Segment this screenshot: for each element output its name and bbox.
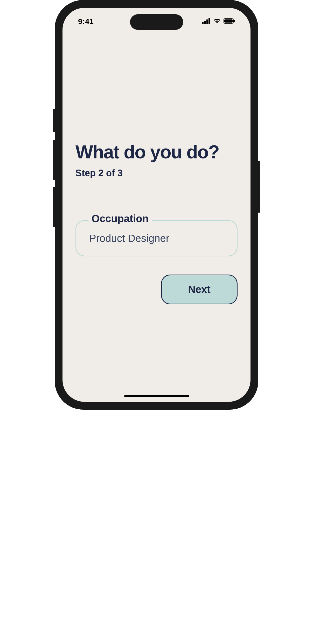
wifi-icon [213, 18, 221, 25]
status-icons [202, 18, 235, 25]
svg-rect-6 [234, 20, 235, 22]
device-frame: 9:41 [55, 0, 258, 410]
svg-rect-0 [202, 22, 204, 24]
svg-rect-5 [224, 19, 233, 23]
home-indicator[interactable] [124, 395, 189, 397]
page-title: What do you do? [75, 143, 238, 161]
step-indicator: Step 2 of 3 [75, 168, 238, 179]
volume-up-button [53, 140, 55, 180]
screen: 9:41 [62, 8, 251, 402]
next-button[interactable]: Next [161, 275, 238, 304]
occupation-field-wrapper: Occupation [75, 220, 238, 256]
power-button [258, 161, 260, 213]
button-wrapper: Next [75, 275, 238, 304]
cellular-signal-icon [202, 18, 211, 25]
battery-icon [224, 18, 235, 25]
svg-rect-1 [204, 21, 206, 24]
svg-rect-2 [206, 19, 208, 24]
dynamic-island [130, 14, 183, 30]
volume-down-button [53, 187, 55, 227]
occupation-input[interactable] [75, 220, 238, 256]
svg-rect-3 [208, 18, 210, 24]
main-content: What do you do? Step 2 of 3 Occupation N… [62, 8, 251, 304]
status-time: 9:41 [78, 17, 94, 26]
occupation-label: Occupation [88, 213, 152, 225]
